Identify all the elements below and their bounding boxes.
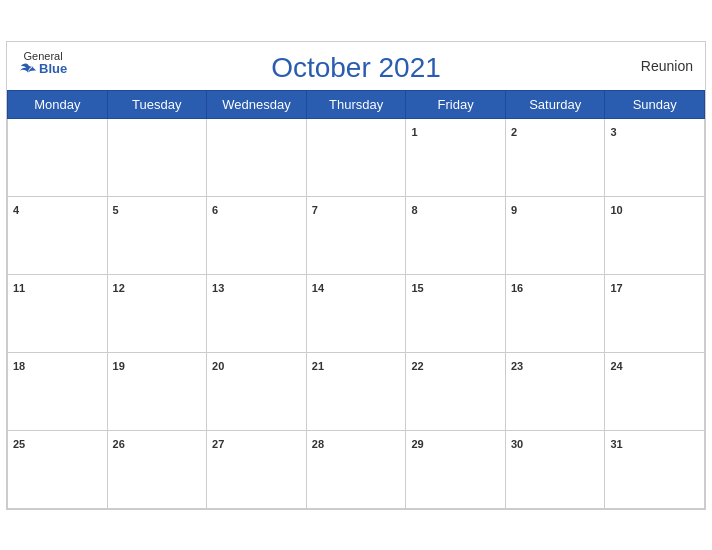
day-number: 11 — [13, 282, 25, 294]
day-number: 15 — [411, 282, 423, 294]
weekday-saturday: Saturday — [505, 90, 605, 118]
weekday-thursday: Thursday — [306, 90, 406, 118]
day-number: 22 — [411, 360, 423, 372]
calendar-cell: 23 — [505, 352, 605, 430]
calendar-table: Monday Tuesday Wednesday Thursday Friday… — [7, 90, 705, 509]
weekday-wednesday: Wednesday — [207, 90, 307, 118]
calendar-cell: 19 — [107, 352, 207, 430]
day-number: 2 — [511, 126, 517, 138]
region-label: Reunion — [641, 58, 693, 74]
day-number: 20 — [212, 360, 224, 372]
day-number: 4 — [13, 204, 19, 216]
logo-blue-text: Blue — [19, 62, 67, 76]
day-number: 31 — [610, 438, 622, 450]
calendar-cell: 1 — [406, 118, 505, 196]
calendar-cell: 12 — [107, 274, 207, 352]
calendar-cell: 31 — [605, 430, 705, 508]
day-number: 24 — [610, 360, 622, 372]
day-number: 18 — [13, 360, 25, 372]
calendar-cell: 26 — [107, 430, 207, 508]
calendar-cell: 30 — [505, 430, 605, 508]
calendar-title: October 2021 — [271, 52, 441, 84]
calendar-cell: 4 — [8, 196, 108, 274]
calendar-week-row: 11121314151617 — [8, 274, 705, 352]
day-number: 3 — [610, 126, 616, 138]
logo: General Blue — [19, 50, 67, 76]
day-number: 12 — [113, 282, 125, 294]
calendar-body: 1234567891011121314151617181920212223242… — [8, 118, 705, 508]
calendar-week-row: 123 — [8, 118, 705, 196]
day-number: 1 — [411, 126, 417, 138]
logo-blue-label: Blue — [39, 62, 67, 76]
calendar-cell: 17 — [605, 274, 705, 352]
calendar-cell: 5 — [107, 196, 207, 274]
weekday-sunday: Sunday — [605, 90, 705, 118]
weekday-header-row: Monday Tuesday Wednesday Thursday Friday… — [8, 90, 705, 118]
calendar-cell — [306, 118, 406, 196]
calendar-cell: 20 — [207, 352, 307, 430]
day-number: 27 — [212, 438, 224, 450]
day-number: 6 — [212, 204, 218, 216]
calendar-week-row: 45678910 — [8, 196, 705, 274]
day-number: 29 — [411, 438, 423, 450]
calendar-cell: 25 — [8, 430, 108, 508]
day-number: 7 — [312, 204, 318, 216]
calendar-cell: 11 — [8, 274, 108, 352]
calendar-week-row: 18192021222324 — [8, 352, 705, 430]
day-number: 13 — [212, 282, 224, 294]
calendar-cell: 14 — [306, 274, 406, 352]
weekday-monday: Monday — [8, 90, 108, 118]
calendar-cell: 3 — [605, 118, 705, 196]
day-number: 26 — [113, 438, 125, 450]
calendar-cell: 22 — [406, 352, 505, 430]
day-number: 19 — [113, 360, 125, 372]
calendar-cell: 27 — [207, 430, 307, 508]
calendar-header: General Blue October 2021 Reunion — [7, 42, 705, 90]
calendar-cell — [207, 118, 307, 196]
day-number: 8 — [411, 204, 417, 216]
calendar: General Blue October 2021 Reunion Monday… — [6, 41, 706, 510]
calendar-week-row: 25262728293031 — [8, 430, 705, 508]
day-number: 5 — [113, 204, 119, 216]
calendar-cell: 10 — [605, 196, 705, 274]
day-number: 25 — [13, 438, 25, 450]
calendar-cell — [107, 118, 207, 196]
calendar-cell: 8 — [406, 196, 505, 274]
calendar-cell: 29 — [406, 430, 505, 508]
day-number: 16 — [511, 282, 523, 294]
day-number: 30 — [511, 438, 523, 450]
calendar-cell: 9 — [505, 196, 605, 274]
calendar-cell: 7 — [306, 196, 406, 274]
day-number: 14 — [312, 282, 324, 294]
weekday-friday: Friday — [406, 90, 505, 118]
calendar-cell — [8, 118, 108, 196]
logo-general-text: General — [24, 50, 63, 62]
day-number: 17 — [610, 282, 622, 294]
calendar-cell: 15 — [406, 274, 505, 352]
calendar-cell: 18 — [8, 352, 108, 430]
day-number: 9 — [511, 204, 517, 216]
calendar-cell: 2 — [505, 118, 605, 196]
calendar-cell: 16 — [505, 274, 605, 352]
calendar-cell: 24 — [605, 352, 705, 430]
calendar-cell: 28 — [306, 430, 406, 508]
weekday-tuesday: Tuesday — [107, 90, 207, 118]
day-number: 23 — [511, 360, 523, 372]
day-number: 21 — [312, 360, 324, 372]
calendar-cell: 6 — [207, 196, 307, 274]
day-number: 28 — [312, 438, 324, 450]
day-number: 10 — [610, 204, 622, 216]
calendar-cell: 13 — [207, 274, 307, 352]
calendar-cell: 21 — [306, 352, 406, 430]
logo-bird-icon — [19, 62, 37, 76]
